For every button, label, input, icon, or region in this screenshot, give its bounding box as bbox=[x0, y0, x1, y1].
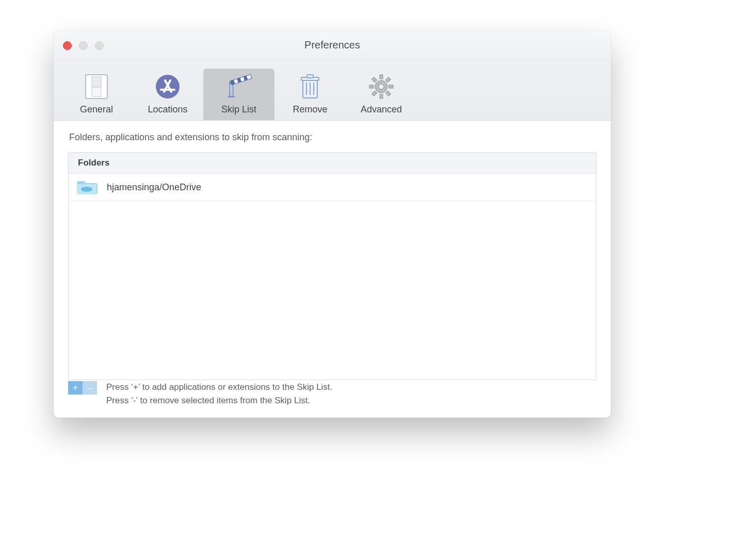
tab-label: Skip List bbox=[221, 104, 256, 115]
minimize-icon bbox=[79, 41, 88, 50]
list-item[interactable]: hjamensinga/OneDrive bbox=[69, 174, 596, 201]
tab-label: Locations bbox=[148, 104, 187, 115]
svg-point-29 bbox=[379, 84, 384, 89]
help-remove-line: Press ‘-’ to remove selected items from … bbox=[106, 396, 332, 406]
svg-rect-28 bbox=[385, 91, 391, 96]
panel-description: Folders, applications and extensions to … bbox=[69, 132, 596, 143]
help-add-line: Press ‘+’ to add applications or extensi… bbox=[106, 382, 332, 392]
tab-advanced[interactable]: Advanced bbox=[346, 69, 417, 120]
svg-point-32 bbox=[87, 187, 92, 191]
svg-rect-27 bbox=[372, 77, 377, 83]
svg-rect-25 bbox=[385, 77, 391, 83]
svg-rect-19 bbox=[307, 75, 313, 78]
add-remove-controls: + – bbox=[68, 381, 97, 394]
gear-icon bbox=[368, 73, 395, 100]
remove-button[interactable]: – bbox=[83, 381, 97, 394]
list-item-path: hjamensinga/OneDrive bbox=[107, 182, 201, 193]
skip-list-table[interactable]: Folders hjamensinga/OneDrive bbox=[68, 152, 596, 380]
window-title: Preferences bbox=[304, 39, 360, 51]
svg-rect-22 bbox=[380, 94, 383, 98]
skip-list-footer: + – Press ‘+’ to add applications or ext… bbox=[68, 381, 596, 406]
tab-label: Advanced bbox=[361, 104, 402, 115]
svg-rect-21 bbox=[380, 75, 383, 79]
svg-rect-8 bbox=[228, 96, 235, 97]
skip-list-rows: hjamensinga/OneDrive bbox=[69, 174, 596, 380]
svg-rect-23 bbox=[369, 85, 374, 88]
svg-rect-26 bbox=[372, 91, 377, 96]
traffic-lights bbox=[63, 41, 104, 50]
trash-icon bbox=[297, 73, 323, 100]
tab-label: General bbox=[80, 104, 113, 115]
column-header-folders[interactable]: Folders bbox=[69, 153, 596, 174]
help-text: Press ‘+’ to add applications or extensi… bbox=[106, 381, 332, 406]
svg-point-31 bbox=[81, 187, 86, 191]
preferences-toolbar: General Locations bbox=[54, 60, 611, 121]
tab-locations[interactable]: Locations bbox=[132, 69, 203, 120]
add-button[interactable]: + bbox=[68, 381, 83, 394]
svg-rect-24 bbox=[389, 85, 393, 88]
tab-remove[interactable]: Remove bbox=[274, 69, 346, 120]
tab-skip-list[interactable]: Skip List bbox=[203, 69, 274, 120]
cloud-folder-icon bbox=[76, 179, 98, 195]
appstore-icon bbox=[154, 73, 181, 100]
skip-list-panel: Folders, applications and extensions to … bbox=[54, 121, 611, 415]
tab-general[interactable]: General bbox=[61, 69, 132, 120]
preferences-window: Preferences General bbox=[54, 31, 611, 418]
titlebar: Preferences bbox=[54, 31, 611, 60]
barrier-icon bbox=[225, 73, 252, 100]
zoom-icon bbox=[95, 41, 104, 50]
svg-point-13 bbox=[230, 82, 233, 85]
svg-rect-1 bbox=[92, 77, 101, 87]
tab-label: Remove bbox=[293, 104, 327, 115]
close-icon[interactable] bbox=[63, 41, 72, 50]
switch-icon bbox=[83, 73, 110, 100]
svg-rect-2 bbox=[92, 87, 101, 96]
